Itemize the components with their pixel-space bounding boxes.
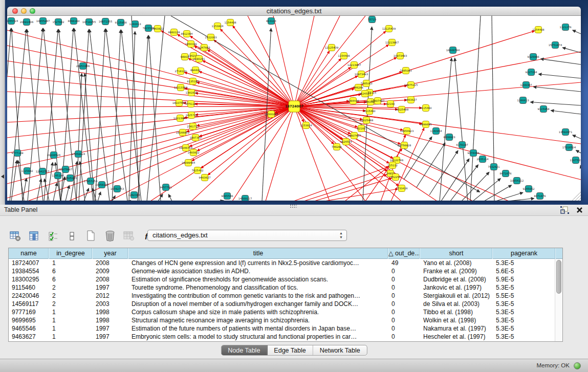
- graph-node[interactable]: 12213363: [174, 84, 187, 91]
- graph-node[interactable]: 98903: [181, 54, 189, 60]
- column-header-name[interactable]: name: [9, 248, 49, 259]
- graph-node[interactable]: 9329966: [527, 54, 539, 60]
- graph-node[interactable]: 62160: [357, 125, 366, 132]
- graph-node[interactable]: 62160: [386, 101, 395, 107]
- graph-node[interactable]: 6179197: [456, 142, 468, 148]
- graph-node[interactable]: 10025488: [360, 117, 373, 124]
- graph-node[interactable]: 20691406: [20, 19, 33, 26]
- table-row[interactable]: 2242004622012Investigating the contribut…: [9, 292, 562, 300]
- create-column-button[interactable]: [85, 230, 97, 242]
- graph-node[interactable]: 10719155: [82, 19, 96, 26]
- rows-button[interactable]: [66, 230, 78, 242]
- graph-node[interactable]: 16671355: [99, 18, 112, 25]
- graph-node[interactable]: 1282344: [128, 192, 140, 199]
- float-panel-icon[interactable]: [560, 206, 569, 214]
- graph-node[interactable]: 16099484: [182, 160, 195, 166]
- graph-node[interactable]: 12213967: [173, 115, 187, 122]
- graph-node[interactable]: 8471676: [499, 170, 511, 177]
- column-header-year[interactable]: year: [93, 248, 128, 259]
- graph-node[interactable]: 1154408: [532, 27, 544, 33]
- graph-node[interactable]: 746266: [332, 144, 342, 150]
- graph-node[interactable]: 32975887: [59, 166, 72, 173]
- graph-node[interactable]: 1145194: [52, 172, 64, 179]
- graph-node[interactable]: 24055724: [7, 18, 18, 25]
- tab-node-table[interactable]: Node Table: [221, 345, 267, 355]
- graph-node[interactable]: 9463627: [199, 174, 210, 181]
- graph-node[interactable]: 12125439: [382, 26, 396, 32]
- graph-node[interactable]: 2935114: [476, 156, 489, 163]
- column-header-out_de[interactable]: △ out_de…: [388, 248, 420, 259]
- graph-node[interactable]: 10654112: [510, 178, 524, 184]
- show-columns-button[interactable]: [28, 230, 40, 242]
- graph-node[interactable]: 12125439: [325, 45, 338, 51]
- graph-node[interactable]: 6135190: [187, 78, 199, 85]
- graph-node[interactable]: 1140954: [430, 128, 442, 135]
- graph-node[interactable]: 9115958: [115, 19, 126, 26]
- graph-node[interactable]: 9227334: [525, 69, 537, 76]
- graph-node[interactable]: 12213967: [385, 39, 399, 46]
- graph-node[interactable]: 12213967: [347, 62, 361, 69]
- graph-node[interactable]: 1244413: [129, 21, 141, 28]
- tab-network-table[interactable]: Network Table: [313, 345, 367, 355]
- graph-node[interactable]: 1115682: [21, 168, 33, 174]
- graph-node[interactable]: 9457791: [160, 184, 171, 191]
- graph-node[interactable]: 19756928: [398, 142, 411, 149]
- table-scrollbar-thumb[interactable]: [556, 260, 561, 294]
- memory-status-indicator[interactable]: [574, 362, 581, 369]
- graph-node[interactable]: 12942757: [36, 168, 49, 175]
- graph-node[interactable]: 9115460: [420, 105, 431, 112]
- table-source-select[interactable]: citations_edges.txt ▲▼: [147, 230, 347, 241]
- graph-node[interactable]: 1153824: [211, 23, 224, 30]
- splitter-grip[interactable]: [290, 204, 297, 208]
- graph-node[interactable]: 1244413: [517, 97, 529, 104]
- graph-node[interactable]: 2361711: [187, 123, 199, 130]
- graph-node[interactable]: 10025488: [395, 106, 408, 113]
- graph-node[interactable]: 8466160: [68, 18, 79, 25]
- column-header-short[interactable]: short: [420, 248, 493, 259]
- graph-node[interactable]: 9245652: [522, 186, 534, 192]
- column-header-pagerank[interactable]: pagerank: [493, 248, 556, 259]
- table-row[interactable]: 1938455462009Genome-wide association stu…: [9, 267, 562, 275]
- graph-node[interactable]: 894402: [190, 67, 201, 74]
- graph-node[interactable]: 9463627: [405, 97, 417, 103]
- row-selection-button[interactable]: [47, 230, 59, 242]
- table-row[interactable]: 911546021997Tourette syndrome. Phenomeno…: [9, 283, 562, 292]
- graph-node[interactable]: 9115958: [537, 106, 549, 113]
- table-row[interactable]: 1830029562008Estimation of significance …: [9, 275, 562, 283]
- graph-node[interactable]: 17016504: [562, 144, 576, 151]
- table-scrollbar[interactable]: [555, 259, 562, 342]
- graph-node[interactable]: 9699695: [420, 121, 431, 128]
- graph-node[interactable]: 15751874: [549, 42, 562, 49]
- window-titlebar[interactable]: citations_edges.txt: [7, 7, 581, 16]
- graph-node[interactable]: 14569117: [238, 195, 252, 201]
- graph-node[interactable]: 1247663: [198, 45, 210, 51]
- table-row[interactable]: 946554611997Estimation of the future num…: [9, 324, 562, 333]
- graph-node[interactable]: 55723: [368, 16, 377, 23]
- tab-edge-table[interactable]: Edge Table: [267, 345, 313, 355]
- table-row[interactable]: 1456911722003Disruption of a novel membe…: [9, 300, 562, 308]
- table-row[interactable]: 969969511998Structural magnetic resonanc…: [9, 316, 562, 324]
- graph-node[interactable]: 9474444: [467, 150, 480, 157]
- table-options-button[interactable]: [9, 230, 21, 242]
- table-row[interactable]: 977716911998Corpus callosum shape and si…: [9, 308, 562, 316]
- graph-node[interactable]: 12654923: [400, 128, 413, 135]
- panel-collapse-arrow-icon[interactable]: [1, 174, 4, 179]
- graph-node[interactable]: 10655287: [36, 18, 50, 25]
- network-canvas[interactable]: 2405572420691406106552871527602846616010…: [7, 16, 581, 201]
- graph-node[interactable]: 16648784: [446, 47, 460, 54]
- graph-node[interactable]: 1527602: [52, 19, 64, 26]
- graph-node[interactable]: 1154408: [338, 53, 350, 59]
- graph-node[interactable]: 8471676: [534, 193, 546, 200]
- table-row[interactable]: 1872400712008Changes of HCN gene express…: [9, 259, 562, 267]
- graph-node[interactable]: 9465546: [221, 193, 233, 200]
- table-row[interactable]: 946362711997Embryonic stem cells: a mode…: [9, 333, 562, 341]
- window-resize-grip[interactable]: [572, 192, 581, 201]
- column-header-in_degree[interactable]: in_degree: [49, 248, 93, 259]
- graph-node[interactable]: 12975115: [404, 82, 418, 89]
- graph-node[interactable]: 1167533: [570, 157, 581, 164]
- delete-column-button[interactable]: [104, 230, 116, 242]
- graph-node[interactable]: 13592971: [559, 129, 572, 136]
- close-panel-icon[interactable]: [576, 207, 583, 213]
- graph-node[interactable]: 1154408: [224, 19, 236, 26]
- graph-node[interactable]: 1422003: [205, 34, 216, 41]
